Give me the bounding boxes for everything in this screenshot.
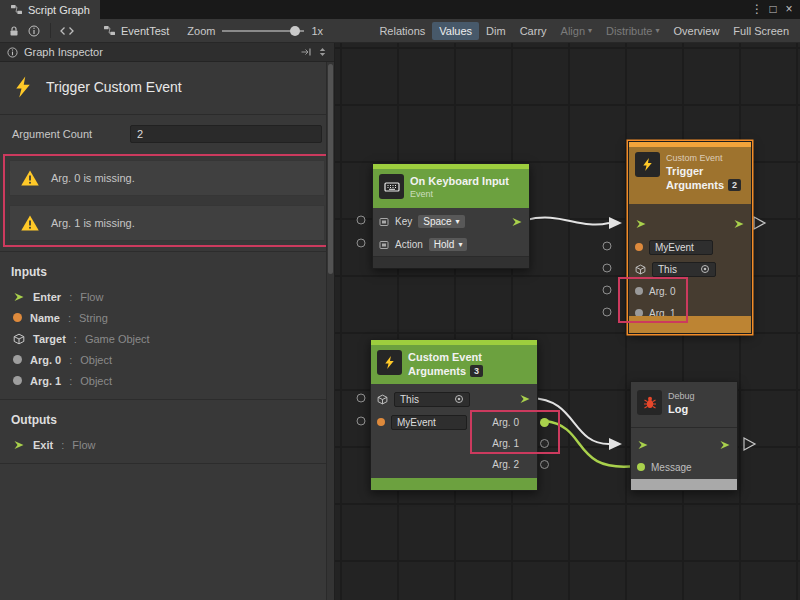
graph-canvas[interactable]: On Keyboard Input Event Key Space▾ Actio… <box>335 43 800 600</box>
carry-button[interactable]: Carry <box>513 22 554 40</box>
lightning-icon <box>11 75 35 99</box>
unconnected-output-triangle[interactable] <box>754 217 765 229</box>
flow-output-arrow[interactable] <box>511 216 523 228</box>
graph-asset-name: EventTest <box>121 25 169 37</box>
port-circle[interactable] <box>357 394 366 403</box>
info-toggle-icon[interactable] <box>24 22 44 40</box>
warning-item: Arg. 1 is missing. <box>9 205 325 241</box>
port-circle[interactable] <box>357 417 366 426</box>
scrollbar-thumb[interactable] <box>328 64 333 274</box>
inspector-scrollbar[interactable] <box>326 62 334 600</box>
lock-icon[interactable] <box>4 22 24 40</box>
connection-arrowhead <box>609 217 622 229</box>
graph-inspector-title: Graph Inspector <box>24 46 103 58</box>
node-title-line2: Arguments3 <box>408 364 483 378</box>
argument-count-input[interactable] <box>130 125 322 143</box>
chevron-down-icon: ▾ <box>456 218 460 226</box>
node-title: Trigger <box>666 164 741 178</box>
info-icon <box>7 47 18 58</box>
graph-inspector-header: Graph Inspector <box>0 43 334 62</box>
chevron-down-icon: ▾ <box>588 27 592 35</box>
port-circle[interactable] <box>603 286 612 295</box>
tab-bar: Script Graph ⋮ □ × <box>0 0 800 19</box>
graph-inspector-panel: Graph Inspector Trigger Custom Event Arg… <box>0 43 335 600</box>
warning-icon <box>20 169 40 187</box>
distribute-button[interactable]: Distribute▾ <box>599 22 666 40</box>
cube-icon[interactable] <box>635 264 646 275</box>
node-custom-event[interactable]: Custom Event Arguments3 This MyEvent Arg… <box>370 339 538 491</box>
flow-output-arrow[interactable] <box>519 393 531 405</box>
string-dot-icon[interactable] <box>635 243 643 251</box>
action-dropdown[interactable]: Hold▾ <box>429 238 468 251</box>
port-circle[interactable] <box>603 242 612 251</box>
arg1-output-port[interactable] <box>540 439 549 448</box>
kebab-menu-icon[interactable]: ⋮ <box>749 0 765 19</box>
flow-input-arrow[interactable] <box>637 439 649 451</box>
overview-button[interactable]: Overview <box>667 22 727 40</box>
zoom-control: Zoom 1x <box>187 25 323 37</box>
value-connection[interactable] <box>546 421 636 467</box>
node-trigger-custom-event[interactable]: Custom Event Trigger Arguments2 MyEvent … <box>628 141 752 334</box>
spinner-icon[interactable] <box>318 46 327 58</box>
dock-icon[interactable] <box>300 46 312 58</box>
outputs-section: Outputs Exit:Flow <box>0 399 334 464</box>
graph-asset-icon <box>103 25 116 36</box>
flow-arrow-icon <box>13 439 25 451</box>
chevron-down-icon: ▾ <box>656 27 660 35</box>
port-circle[interactable] <box>603 264 612 273</box>
flow-output-arrow[interactable] <box>733 218 745 230</box>
message-input-port[interactable] <box>637 463 645 471</box>
port-label: Key <box>395 216 412 227</box>
lightning-icon <box>635 152 660 177</box>
flow-arrow-icon <box>13 291 25 303</box>
relations-button[interactable]: Relations <box>372 22 432 40</box>
argument-count-label: Argument Count <box>12 128 130 140</box>
string-dot-icon[interactable] <box>377 418 385 426</box>
zoom-label: Zoom <box>187 25 215 37</box>
full-screen-button[interactable]: Full Screen <box>726 22 796 40</box>
cube-icon[interactable] <box>377 394 388 405</box>
code-icon[interactable] <box>57 22 77 40</box>
node-debug-log[interactable]: Debug Log Message <box>630 381 738 491</box>
object-dot-icon <box>13 355 22 364</box>
object-dot-icon[interactable] <box>635 287 643 295</box>
arg2-output-port[interactable] <box>540 460 549 469</box>
node-on-keyboard-input[interactable]: On Keyboard Input Event Key Space▾ Actio… <box>372 163 530 269</box>
keyboard-icon <box>379 174 404 199</box>
event-name-field[interactable]: MyEvent <box>391 415 467 430</box>
argument-count-row: Argument Count <box>0 115 334 148</box>
node-footer <box>629 316 751 333</box>
port-circle[interactable] <box>357 239 366 248</box>
port-list-item: Name:String <box>0 307 334 328</box>
close-icon[interactable]: × <box>781 0 797 19</box>
enum-type-icon <box>379 240 389 250</box>
unconnected-output-triangle[interactable] <box>744 438 755 450</box>
key-dropdown[interactable]: Space▾ <box>418 215 464 228</box>
port-circle[interactable] <box>357 216 366 225</box>
zoom-slider[interactable] <box>222 30 304 32</box>
dim-button[interactable]: Dim <box>479 22 513 40</box>
tab-script-graph[interactable]: Script Graph <box>0 0 100 19</box>
event-name-field[interactable]: MyEvent <box>649 240 713 255</box>
warnings-highlight: Arg. 0 is missing. Arg. 1 is missing. <box>3 154 331 247</box>
arg0-output-port[interactable] <box>540 418 549 427</box>
target-field[interactable]: This <box>394 392 470 407</box>
node-header: Custom Event Trigger Arguments2 <box>629 147 751 204</box>
flow-input-arrow[interactable] <box>635 218 647 230</box>
values-button[interactable]: Values <box>432 22 479 40</box>
maximize-icon[interactable]: □ <box>765 0 781 19</box>
node-footer <box>631 479 737 490</box>
flow-connection[interactable] <box>526 218 609 225</box>
tab-label: Script Graph <box>28 4 90 16</box>
zoom-slider-knob[interactable] <box>290 26 300 36</box>
object-picker-icon[interactable] <box>454 394 464 404</box>
object-picker-icon[interactable] <box>700 264 710 274</box>
port-circle[interactable] <box>603 308 612 317</box>
target-field[interactable]: This <box>652 262 716 277</box>
port-list-item: Target:Game Object <box>0 328 334 349</box>
align-button[interactable]: Align▾ <box>554 22 599 40</box>
flow-output-arrow[interactable] <box>719 439 731 451</box>
graph-asset[interactable]: EventTest <box>103 25 169 37</box>
node-title: Log <box>668 402 695 416</box>
warning-icon <box>20 214 40 232</box>
